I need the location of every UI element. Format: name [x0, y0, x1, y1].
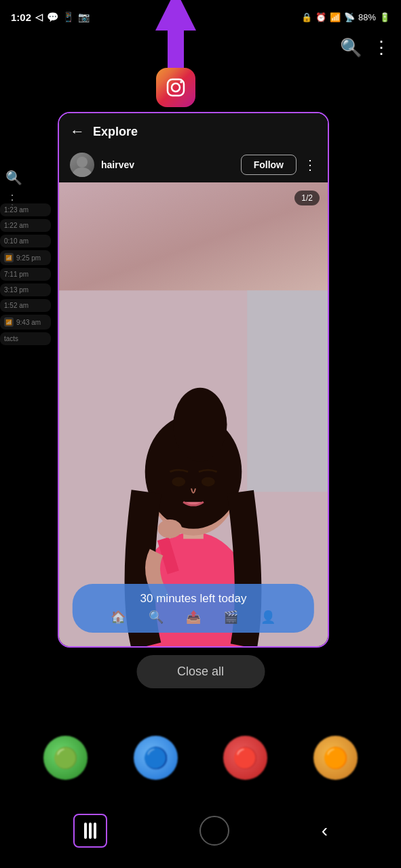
- status-right: 🔒 ⏰ 📶 📡 88% 🔋: [301, 12, 390, 22]
- instagram-logo: [156, 68, 195, 107]
- status-time: 1:02: [11, 12, 31, 23]
- left-app-item: 📶 9:43 am: [0, 315, 51, 330]
- status-bar: 1:02 ◁ 💬 📱 📷 🔒 ⏰ 📶 📡 88% 🔋: [0, 0, 401, 34]
- ig-logo-with-arrow: [156, 68, 195, 107]
- battery-icon: 🔋: [379, 12, 390, 22]
- instagram-app-card[interactable]: ← Explore hairvev Follow ⋮: [58, 112, 329, 648]
- left-app-item: 📶 9:25 pm: [0, 250, 51, 265]
- close-all-button[interactable]: Close all: [136, 655, 265, 688]
- ig-follow-button[interactable]: Follow: [241, 155, 297, 175]
- recent-bar-3: [94, 823, 96, 839]
- send-icon: ◁: [35, 12, 43, 22]
- status-left: 1:02 ◁ 💬 📱 📷: [11, 12, 90, 23]
- left-app-item: 1:22 am: [0, 219, 51, 232]
- svg-point-0: [77, 157, 88, 167]
- more-options-icon[interactable]: ⋮: [373, 37, 390, 58]
- ig-nav-add-icon[interactable]: 📤: [186, 610, 201, 625]
- svg-point-8: [172, 477, 185, 487]
- top-left-icons: 🔍 ⋮: [5, 170, 22, 208]
- ig-nav-search-icon[interactable]: 🔍: [149, 610, 164, 625]
- svg-point-16: [172, 83, 180, 92]
- ig-post-image: 1/2 30 minutes left today 🏠 🔍 📤 🎬 👤: [59, 182, 328, 646]
- navigation-bar: ‹: [0, 793, 401, 868]
- left-app-item: 7:11 pm: [0, 268, 51, 281]
- ig-post-header: hairvev Follow ⋮: [59, 147, 328, 182]
- ig-time-limit-text: 30 minutes left today: [140, 592, 247, 605]
- top-bar: 🔍 ⋮: [340, 37, 390, 58]
- recent-apps-left-list: 1:23 am 1:22 am 0:10 am 📶 9:25 pm 7:11 p…: [0, 203, 51, 345]
- instagram-app: ← Explore hairvev Follow ⋮: [59, 113, 328, 646]
- recent-bar-1: [84, 823, 87, 839]
- svg-point-17: [180, 81, 183, 83]
- whatsapp-icon: 📱: [62, 12, 74, 22]
- wifi-icon: 📶: [330, 12, 341, 22]
- signal-icon: 📡: [344, 12, 355, 22]
- ig-more-options-icon[interactable]: ⋮: [303, 157, 317, 173]
- bottom-dock: 🟢 🔵 🔴 🟠: [0, 736, 401, 780]
- svg-point-1: [73, 167, 92, 177]
- svg-point-11: [158, 519, 183, 538]
- ig-page-title: Explore: [93, 125, 317, 139]
- svg-point-9: [202, 477, 215, 487]
- ig-nav-activity-icon[interactable]: 🎬: [223, 610, 238, 625]
- dock-app-red[interactable]: 🔴: [223, 736, 267, 780]
- svg-rect-3: [247, 290, 328, 492]
- left-app-item: 0:10 am: [0, 235, 51, 248]
- message-icon: 💬: [47, 12, 58, 22]
- home-button[interactable]: [199, 816, 229, 846]
- ig-image-placeholder: [59, 182, 328, 646]
- ig-image-counter: 1/2: [294, 191, 320, 205]
- ig-time-limit-banner: 30 minutes left today 🏠 🔍 📤 🎬 👤: [73, 584, 314, 633]
- left-app-item: 1:23 am: [0, 203, 51, 216]
- left-app-item: 3:13 pm: [0, 283, 51, 296]
- svg-point-10: [173, 388, 227, 462]
- dock-app-orange[interactable]: 🟠: [313, 736, 358, 780]
- ig-user-avatar[interactable]: [70, 153, 94, 177]
- left-app-item: 1:52 am: [0, 299, 51, 312]
- left-app-contacts: tacts: [0, 332, 51, 345]
- lock-icon: 🔒: [301, 12, 312, 22]
- dock-app-blue[interactable]: 🔵: [134, 736, 178, 780]
- back-button[interactable]: ‹: [322, 820, 328, 842]
- dock-app-green[interactable]: 🟢: [43, 736, 88, 780]
- ig-username[interactable]: hairvev: [101, 159, 234, 170]
- search-icon-left[interactable]: 🔍: [5, 170, 22, 186]
- battery-text: 88%: [358, 12, 376, 22]
- alarm-icon: ⏰: [316, 12, 326, 22]
- recent-apps-button[interactable]: [73, 814, 107, 848]
- search-icon[interactable]: 🔍: [340, 37, 362, 58]
- recent-bar-2: [89, 823, 92, 839]
- ig-nav-profile-icon[interactable]: 👤: [261, 610, 275, 625]
- ig-nav-home-icon[interactable]: 🏠: [111, 610, 126, 625]
- instagram-icon: 📷: [78, 12, 90, 22]
- ig-back-button[interactable]: ←: [70, 123, 85, 140]
- ig-header: ← Explore: [59, 113, 328, 147]
